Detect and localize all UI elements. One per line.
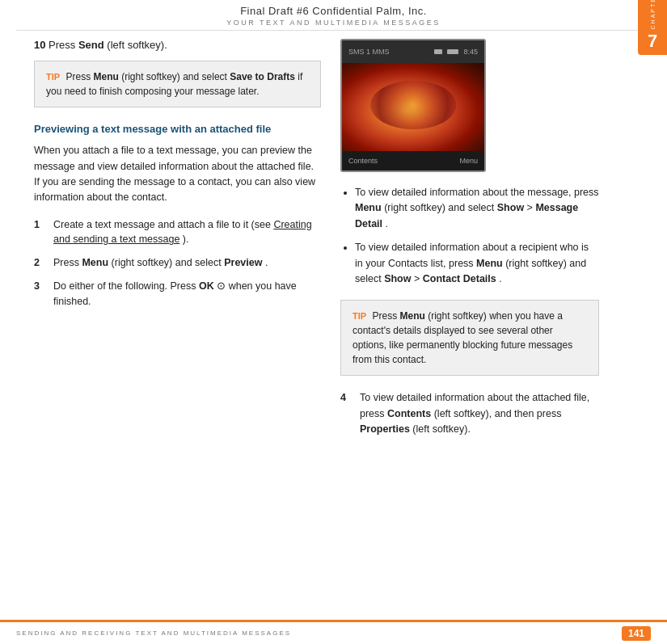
chapter-label: CHAPTER bbox=[650, 0, 656, 29]
page-header: Final Draft #6 Confidential Palm, Inc. bbox=[0, 0, 667, 19]
step-10-text-after: (left softkey). bbox=[107, 39, 167, 51]
step-4-text-middle: (left softkey), and then press bbox=[434, 408, 562, 419]
phone-carrier-text: SMS 1 MMS bbox=[348, 48, 390, 56]
bullet-item-2: To view detailed information about a rec… bbox=[355, 240, 599, 287]
step-4: 4 To view detailed information about the… bbox=[340, 390, 599, 437]
phone-top-bar: SMS 1 MMS 8:45 bbox=[342, 40, 484, 63]
tip-1-label: TIP bbox=[46, 72, 60, 82]
tip-box-1: TIP Press Menu (right softkey) and selec… bbox=[34, 61, 321, 107]
bullet-2-text-after: . bbox=[499, 273, 501, 284]
phone-status-icons: 8:45 bbox=[434, 48, 478, 56]
bullet-item-1: To view detailed information about the m… bbox=[355, 185, 599, 232]
left-column: 10 Press Send (left softkey). TIP Press … bbox=[34, 39, 321, 437]
footer-page-number: 141 bbox=[622, 626, 651, 641]
tip-1-text: Press bbox=[65, 71, 93, 82]
main-content: 10 Press Send (left softkey). TIP Press … bbox=[0, 31, 667, 445]
bullet-2-sep: > bbox=[414, 273, 423, 284]
chapter-number: 7 bbox=[648, 32, 657, 50]
footer-text: SENDING AND RECEIVING TEXT AND MULTIMEDI… bbox=[16, 629, 291, 637]
tip-2-text1: Press bbox=[372, 310, 399, 322]
step-1-text-after: ). bbox=[183, 234, 189, 245]
phone-softkey-right: Menu bbox=[459, 157, 478, 165]
tip-1-save: Save to Drafts bbox=[230, 71, 295, 82]
step-10-bold: Send bbox=[78, 39, 104, 51]
phone-bottom-bar: Contents Menu bbox=[342, 151, 484, 170]
section-heading: Previewing a text message with an attach… bbox=[34, 122, 321, 137]
step-4-num: 4 bbox=[340, 390, 352, 437]
step-10-label: 10 bbox=[34, 39, 45, 51]
header-title: Final Draft #6 Confidential Palm, Inc. bbox=[240, 5, 427, 17]
phone-icon-2 bbox=[447, 49, 458, 54]
chapter-badge: CHAPTER 7 bbox=[638, 0, 667, 55]
bullet-1-bold1: Menu bbox=[355, 202, 382, 213]
tip-2-label: TIP bbox=[352, 311, 366, 321]
phone-screenshot: SMS 1 MMS 8:45 Contents Menu bbox=[340, 39, 486, 172]
step-2-num: 2 bbox=[34, 255, 45, 271]
step-3-bold: OK bbox=[199, 280, 214, 292]
numbered-step-2: 2 Press Menu (right softkey) and select … bbox=[34, 255, 321, 271]
bullet-2-bold2: Show bbox=[384, 273, 411, 284]
step-1-content: Create a text message and attach a file … bbox=[53, 217, 321, 248]
step-4-text-after: (left softkey). bbox=[412, 423, 471, 435]
phone-icon-1 bbox=[434, 49, 442, 54]
step-3-text-before: Do either of the following. Press bbox=[53, 280, 199, 292]
subtitle-bar: YOUR TEXT AND MULTIMEDIA MESSAGES bbox=[0, 19, 667, 30]
bullet-2-bold1: Menu bbox=[476, 258, 503, 269]
bullet-1-text-middle: (right softkey) and select bbox=[384, 202, 497, 213]
page-footer: SENDING AND RECEIVING TEXT AND MULTIMEDI… bbox=[0, 620, 667, 644]
step-2-text-middle: (right softkey) and select bbox=[112, 257, 225, 268]
step-2-bold2: Preview bbox=[224, 257, 262, 268]
right-column: SMS 1 MMS 8:45 Contents Menu To view det… bbox=[340, 39, 633, 437]
numbered-step-3: 3 Do either of the following. Press OK ⊙… bbox=[34, 279, 321, 309]
step-3-num: 3 bbox=[34, 279, 45, 309]
phone-screen bbox=[342, 63, 484, 151]
step-4-bold1: Contents bbox=[387, 408, 431, 419]
bullet-list: To view detailed information about the m… bbox=[355, 185, 599, 287]
bullet-1-text-before: To view detailed information about the m… bbox=[355, 187, 599, 198]
step-4-content: To view detailed information about the a… bbox=[360, 390, 599, 437]
step-2-content: Press Menu (right softkey) and select Pr… bbox=[53, 255, 321, 271]
step-4-bold2: Properties bbox=[360, 423, 410, 435]
phone-softkey-left: Contents bbox=[348, 157, 378, 165]
bullet-1-text-after: . bbox=[386, 218, 388, 229]
tip-2-bold: Menu bbox=[399, 310, 424, 322]
bullet-1-sep: > bbox=[527, 202, 536, 213]
phone-time: 8:45 bbox=[463, 48, 478, 56]
bullet-2-bold3: Contact Details bbox=[423, 273, 496, 284]
numbered-steps-list: 1 Create a text message and attach a fil… bbox=[34, 217, 321, 309]
step-1-text-before: Create a text message and attach a file … bbox=[53, 219, 273, 230]
step-2-text-before: Press bbox=[53, 257, 82, 268]
body-text: When you attach a file to a text message… bbox=[34, 143, 321, 206]
step-10-text-before: Press bbox=[49, 39, 78, 51]
step-3-content: Do either of the following. Press OK ⊙ w… bbox=[53, 279, 321, 309]
numbered-step-1: 1 Create a text message and attach a fil… bbox=[34, 217, 321, 248]
step-1-num: 1 bbox=[34, 217, 45, 248]
step-10: 10 Press Send (left softkey). bbox=[34, 39, 321, 51]
tip-1-menu: Menu bbox=[93, 71, 118, 82]
tip-1-text2: (right softkey) and select bbox=[121, 71, 230, 82]
step-2-text-after: . bbox=[265, 257, 268, 268]
tip-box-2: TIP Press Menu (right softkey) when you … bbox=[340, 300, 599, 376]
bullet-1-bold2: Show bbox=[497, 202, 524, 213]
step-2-bold1: Menu bbox=[82, 257, 108, 268]
